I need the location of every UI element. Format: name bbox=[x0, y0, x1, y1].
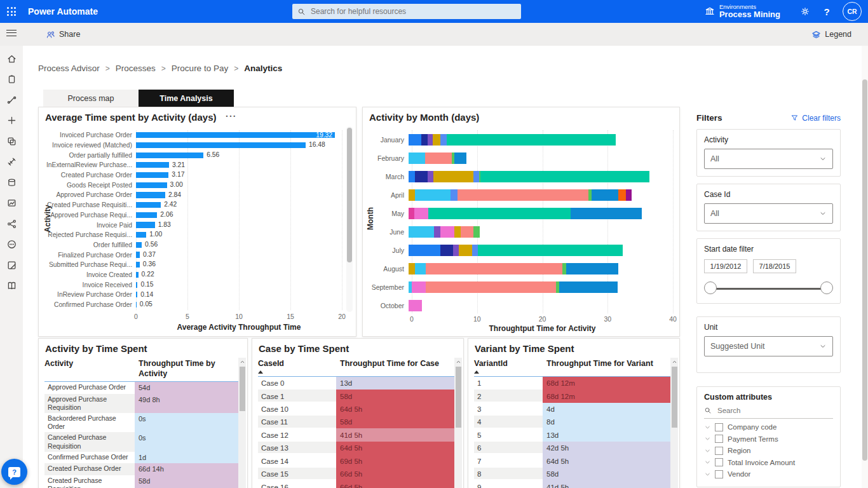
chart2-bar-segment-salmon[interactable] bbox=[426, 263, 563, 274]
chart2-bar-segment-salmon[interactable] bbox=[458, 189, 588, 201]
table-scrollbar[interactable] bbox=[454, 358, 462, 488]
sidebar-item-connectors[interactable] bbox=[0, 152, 23, 173]
breadcrumb-link[interactable]: Process Advisor bbox=[38, 64, 100, 73]
sidebar-item-home[interactable] bbox=[0, 48, 23, 69]
column-header[interactable]: Throughput Time by Activity bbox=[135, 359, 238, 379]
table-row[interactable]: Case 1364d 5h bbox=[258, 442, 454, 454]
table-row[interactable]: Created Purchase Order66d 14h bbox=[44, 463, 238, 475]
slider-handle-end[interactable] bbox=[820, 281, 833, 294]
sidebar-item-create[interactable] bbox=[0, 111, 23, 132]
table-row[interactable]: Case 158d bbox=[258, 390, 454, 402]
attribute-checkbox[interactable] bbox=[715, 458, 723, 466]
chart2-bar-segment-cornflower[interactable] bbox=[472, 245, 478, 256]
chart2-bar-segment-navy[interactable] bbox=[415, 171, 428, 182]
table-row[interactable]: Approved Purchase Requisition49d 8h bbox=[44, 394, 238, 413]
chart1-bar[interactable] bbox=[136, 252, 140, 257]
column-header[interactable]: VariantId bbox=[474, 359, 543, 374]
breadcrumb-link[interactable]: Processes bbox=[116, 64, 156, 73]
table-scrollbar[interactable] bbox=[670, 358, 678, 488]
table-row[interactable]: Approved Purchase Order54d bbox=[44, 382, 238, 393]
table-row[interactable]: 941d 5h bbox=[474, 480, 670, 488]
chart1-bar[interactable] bbox=[136, 242, 142, 248]
chart1-bar[interactable] bbox=[136, 272, 139, 278]
more-options-icon[interactable]: ... bbox=[226, 109, 237, 119]
chart1-scrollbar-thumb[interactable] bbox=[347, 128, 352, 262]
attribute-checkbox[interactable] bbox=[715, 435, 723, 443]
start-date-input[interactable]: 1/19/2012 bbox=[704, 259, 747, 273]
chart1-bar[interactable] bbox=[136, 202, 161, 208]
chart1-bar[interactable] bbox=[136, 162, 169, 168]
table-row[interactable]: 642d 5h bbox=[474, 442, 670, 454]
breadcrumb-link[interactable]: Procure to Pay bbox=[172, 64, 228, 73]
table-row[interactable]: 48d bbox=[474, 416, 670, 428]
chart2-bar-segment-teal[interactable] bbox=[480, 171, 649, 182]
sidebar-item-ai-builder[interactable] bbox=[0, 214, 23, 234]
table-row[interactable]: 513d bbox=[474, 428, 670, 441]
chart2-bar-segment-blue[interactable] bbox=[409, 134, 421, 146]
attribute-checkbox[interactable] bbox=[715, 423, 723, 431]
sidebar-item-monitor[interactable] bbox=[0, 193, 23, 214]
chart2-bar-segment-green[interactable] bbox=[473, 226, 480, 238]
chart2-bar-segment-steel[interactable] bbox=[559, 281, 617, 293]
global-search[interactable] bbox=[292, 4, 521, 19]
avatar[interactable]: CR bbox=[843, 2, 862, 21]
chart2-bar-segment-pink[interactable] bbox=[414, 208, 428, 219]
chart2-bar-segment-purple[interactable] bbox=[434, 226, 440, 238]
chart2-bar-segment-gold[interactable] bbox=[409, 189, 415, 201]
chart2-bar-segment-steel[interactable] bbox=[592, 189, 618, 201]
table-row[interactable]: Confirmed Purchase Order1d bbox=[44, 452, 238, 463]
chart1-bar[interactable] bbox=[136, 182, 167, 188]
environment-picker[interactable]: Environments Process Mining bbox=[705, 4, 780, 20]
attribute-checkbox[interactable] bbox=[715, 447, 723, 455]
custom-attributes-search-input[interactable] bbox=[716, 406, 808, 415]
chart2-bar-segment-steel[interactable] bbox=[566, 263, 618, 274]
chart2-bar-segment-cyan[interactable] bbox=[415, 189, 450, 201]
column-header[interactable]: CaseId bbox=[258, 359, 336, 374]
chart1-bar[interactable] bbox=[136, 142, 306, 148]
column-header[interactable]: Activity bbox=[44, 359, 135, 379]
tab-process-map[interactable]: Process map bbox=[43, 90, 139, 107]
chart1-bar[interactable] bbox=[136, 172, 168, 178]
table-row[interactable]: Case 1469d 5h bbox=[258, 454, 454, 467]
chart1-bar[interactable] bbox=[136, 302, 137, 308]
chart2-bar-segment-pink[interactable] bbox=[409, 300, 422, 311]
table-row[interactable]: Case 1666d 5h bbox=[258, 480, 454, 488]
hamburger-menu-icon[interactable] bbox=[6, 30, 17, 38]
chart2-bar-segment-salmon[interactable] bbox=[425, 152, 452, 164]
page-scrollbar-thumb[interactable] bbox=[862, 79, 867, 461]
table-row[interactable]: Backordered Purchase Order0s bbox=[44, 413, 238, 432]
sidebar-item-my-flows[interactable] bbox=[0, 90, 23, 111]
sidebar-item-learn[interactable] bbox=[0, 276, 23, 297]
chart2-bar-segment-navy[interactable] bbox=[440, 245, 453, 256]
chart2-bar-segment-navy[interactable] bbox=[421, 134, 428, 146]
chart2-bar-segment-salmon[interactable] bbox=[461, 226, 473, 238]
table-row[interactable]: Canceled Purchase Requisition0s bbox=[44, 432, 238, 451]
sidebar-item-action-items[interactable] bbox=[0, 69, 23, 90]
slider-handle-start[interactable] bbox=[704, 281, 717, 294]
table-scrollbar-thumb[interactable] bbox=[672, 367, 677, 428]
table-scrollbar[interactable] bbox=[238, 358, 246, 488]
table-row[interactable]: 268d 12m bbox=[474, 390, 670, 402]
end-date-input[interactable]: 7/18/2015 bbox=[753, 259, 796, 273]
help-button[interactable]: ? bbox=[816, 0, 837, 23]
date-range-slider[interactable] bbox=[704, 281, 833, 296]
chart2-bar-segment-cornflower[interactable] bbox=[473, 171, 479, 182]
chart2-bar-segment-orange[interactable] bbox=[618, 189, 626, 201]
table-row[interactable]: Case 1241d 5h bbox=[258, 428, 454, 441]
chart1-scrollbar[interactable] bbox=[346, 126, 353, 312]
attribute-checkbox[interactable] bbox=[715, 470, 723, 478]
chart2-bar-segment-salmon[interactable] bbox=[426, 281, 557, 293]
chart2-bar-segment-teal[interactable] bbox=[428, 208, 571, 219]
chart2-bar-segment-steel[interactable] bbox=[454, 152, 467, 164]
chart2-bar-segment-gold[interactable] bbox=[409, 263, 415, 274]
scroll-up-button[interactable] bbox=[454, 358, 462, 365]
unit-filter-dropdown[interactable]: Suggested Unit bbox=[704, 336, 833, 356]
column-header[interactable]: Throughput Time for Case bbox=[336, 359, 454, 374]
share-button[interactable]: Share bbox=[46, 23, 80, 46]
chart2-bar-segment-gold[interactable] bbox=[433, 171, 473, 182]
column-header[interactable]: Throughput Time for Variant bbox=[543, 359, 670, 374]
chart2-bar-segment-magenta[interactable] bbox=[409, 208, 414, 219]
chevron-down-icon[interactable] bbox=[704, 447, 711, 454]
custom-attributes-search[interactable] bbox=[704, 406, 833, 419]
activity-filter-dropdown[interactable]: All bbox=[704, 149, 833, 169]
